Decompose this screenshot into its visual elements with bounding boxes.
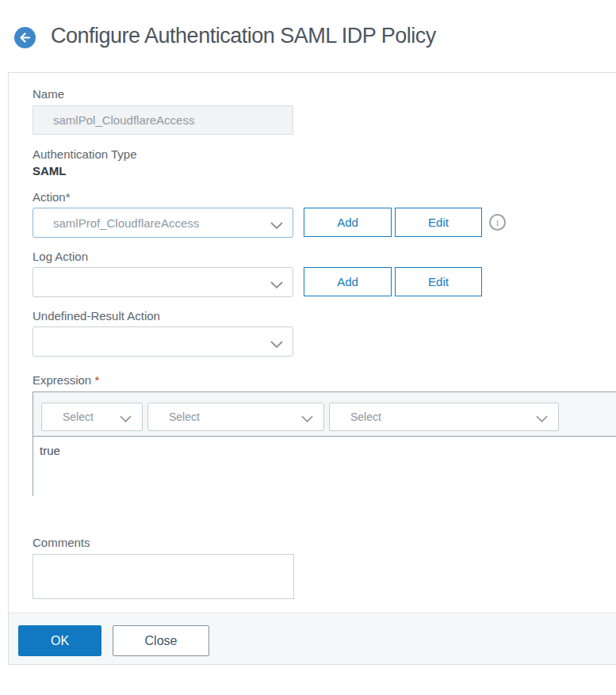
expression-select-2[interactable]: Select: [147, 403, 324, 431]
name-label: Name: [33, 87, 64, 101]
expression-label: Expression *: [33, 373, 99, 387]
log-action-add-button[interactable]: Add: [304, 267, 392, 296]
form-panel: Name samlPol_CloudflareAccess Authentica…: [8, 72, 616, 665]
log-action-select[interactable]: [33, 267, 293, 297]
required-asterisk: *: [94, 373, 99, 387]
expression-select-1[interactable]: Select: [41, 403, 143, 431]
close-button[interactable]: Close: [113, 625, 209, 656]
ok-button[interactable]: OK: [18, 625, 101, 656]
action-add-button[interactable]: Add: [304, 208, 392, 237]
expression-select-1-value: Select: [63, 411, 94, 423]
expression-label-text: Expression: [33, 373, 91, 387]
arrow-left-icon: [19, 32, 31, 43]
page-title: Configure Authentication SAML IDP Policy: [51, 24, 436, 48]
auth-type-label: Authentication Type: [33, 147, 136, 161]
expression-select-3[interactable]: Select: [329, 403, 559, 431]
auth-type-value: SAML: [33, 164, 67, 178]
expression-builder: Select Select Select: [33, 391, 616, 496]
action-label: Action*: [33, 190, 71, 204]
chevron-down-icon: [270, 219, 283, 232]
comments-textarea[interactable]: [33, 554, 294, 599]
action-edit-button[interactable]: Edit: [395, 208, 482, 237]
action-select[interactable]: samlProf_CloudflareAccess: [33, 208, 293, 238]
log-action-edit-button[interactable]: Edit: [395, 267, 482, 296]
info-icon[interactable]: i: [489, 214, 506, 231]
action-select-value: samlProf_CloudflareAccess: [53, 216, 199, 230]
chevron-down-icon: [536, 413, 548, 426]
chevron-down-icon: [270, 278, 283, 292]
footer-bar: OK Close: [9, 613, 616, 664]
comments-label: Comments: [33, 536, 90, 549]
undefined-result-action-label: Undefined-Result Action: [33, 309, 160, 323]
log-action-label: Log Action: [33, 250, 88, 263]
back-button[interactable]: [14, 27, 36, 48]
chevron-down-icon: [301, 413, 313, 426]
expression-builder-toolbar: Select Select Select: [33, 392, 616, 437]
chevron-down-icon: [270, 338, 283, 351]
chevron-down-icon: [120, 413, 132, 426]
expression-select-2-value: Select: [169, 411, 200, 423]
name-input: samlPol_CloudflareAccess: [33, 105, 293, 135]
expression-select-3-value: Select: [350, 411, 381, 423]
undefined-result-action-select[interactable]: [33, 326, 293, 357]
expression-editor[interactable]: true: [33, 437, 616, 496]
configure-saml-idp-policy-page: Configure Authentication SAML IDP Policy…: [0, 0, 616, 695]
